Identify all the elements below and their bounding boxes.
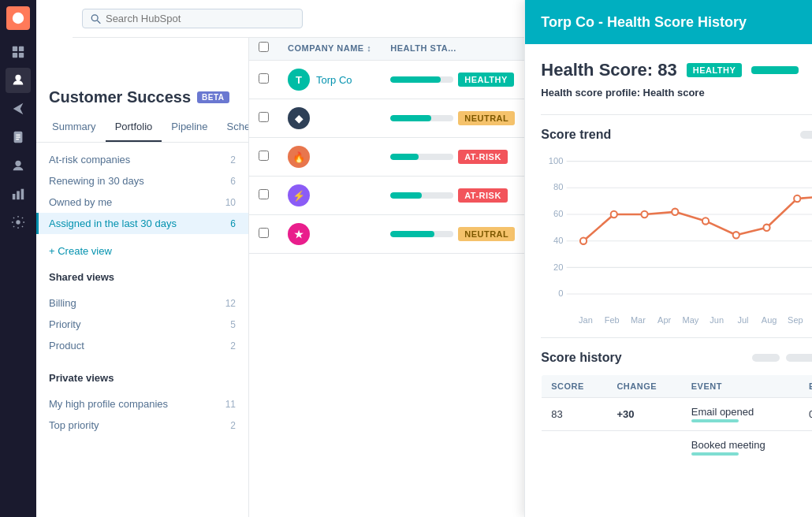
select-all-header <box>249 35 278 61</box>
health-status-cell: AT-RISK <box>381 138 524 177</box>
svg-rect-2 <box>19 46 24 51</box>
history-row-1: 83 +30 Email opened 03/10/2024 <box>542 398 812 431</box>
list-item-renewing[interactable]: Renewing in 30 days 6 <box>36 170 248 192</box>
nav-icon-customer[interactable] <box>6 68 31 93</box>
score-cell-1: 83 <box>542 398 608 431</box>
tab-portfolio[interactable]: Portfolio <box>106 113 162 142</box>
trend-pill-1[interactable] <box>800 131 812 139</box>
event-date-col-header[interactable]: EVENT DATE ↕ <box>799 375 812 398</box>
search-icon <box>91 13 101 24</box>
score-trend-section: Score trend <box>541 128 812 142</box>
svg-point-14 <box>91 14 98 20</box>
private-high-profile[interactable]: My high profile companies 11 <box>36 393 248 415</box>
svg-point-35 <box>794 195 800 202</box>
month-aug: Aug <box>756 315 782 325</box>
company-name-cell: ★ <box>278 215 381 254</box>
nav-icon-grid[interactable] <box>6 39 31 65</box>
event-col-header: EVENT <box>682 375 799 398</box>
change-col-header: CHANGE <box>607 375 681 398</box>
row-checkbox-cell <box>249 177 278 215</box>
companies-table: COMPANY NAME ↕ HEALTH STA... TTorp Co HE… <box>249 35 524 517</box>
search-input[interactable] <box>106 13 294 24</box>
svg-rect-3 <box>13 53 17 58</box>
score-trend-label: Score trend <box>541 128 611 142</box>
center-area: Create date Last activity date Close ... <box>249 0 524 517</box>
select-all-checkbox[interactable] <box>259 42 269 52</box>
svg-point-0 <box>13 13 24 24</box>
score-trend-chart: 100 80 60 40 20 0 <box>541 151 812 309</box>
tab-schedule[interactable]: Schedule <box>218 113 248 142</box>
healthy-badge: HEALTHY <box>687 63 743 77</box>
change-cell-1: +30 <box>607 398 681 431</box>
svg-rect-11 <box>17 191 20 199</box>
list-item-at-risk[interactable]: At-risk companies 2 <box>36 149 248 170</box>
svg-rect-12 <box>21 189 24 200</box>
private-top-priority[interactable]: Top priority 2 <box>36 415 248 436</box>
search-box[interactable] <box>82 9 303 28</box>
list-item-assigned[interactable]: Assigned in the last 30 days 6 <box>36 213 248 234</box>
right-panel-body: Health Score: 83 HEALTHY Health score pr… <box>525 44 812 517</box>
default-views-list: At-risk companies 2 Renewing in 30 days … <box>36 143 248 240</box>
nav-icon-document[interactable] <box>6 125 31 150</box>
table-row: ⚡ AT-RISK <box>249 177 524 215</box>
row-checkbox-cell <box>249 215 278 254</box>
tab-pipeline[interactable]: Pipeline <box>162 113 217 142</box>
company-name-cell: ◆ <box>278 99 381 138</box>
svg-rect-1 <box>13 46 17 51</box>
shared-product[interactable]: Product 2 <box>36 335 248 356</box>
change-cell-2 <box>607 431 681 464</box>
event-cell-2: Booked meeting <box>682 431 799 464</box>
svg-point-32 <box>702 218 709 224</box>
row-checkbox[interactable] <box>259 151 269 161</box>
month-feb: Feb <box>599 315 625 325</box>
month-jun: Jun <box>704 315 730 325</box>
company-name-header[interactable]: COMPANY NAME ↕ <box>278 35 381 61</box>
shared-views-list: Billing 12 Priority 5 Product 2 <box>36 286 248 363</box>
chart-x-labels: Jan Feb Mar Apr May Jun Jul Aug Sep Oct … <box>541 315 812 325</box>
shared-priority[interactable]: Priority 5 <box>36 314 248 335</box>
svg-text:40: 40 <box>553 236 563 245</box>
svg-text:100: 100 <box>549 156 564 166</box>
score-history-label: Score history <box>541 351 621 365</box>
nav-icon-send[interactable] <box>6 96 31 121</box>
svg-text:0: 0 <box>559 288 564 298</box>
beta-badge: BETA <box>197 91 229 103</box>
month-may: May <box>677 315 703 325</box>
row-checkbox[interactable] <box>259 112 269 122</box>
row-checkbox[interactable] <box>259 73 269 84</box>
month-mar: Mar <box>625 315 651 325</box>
history-pill-1[interactable] <box>752 354 780 362</box>
score-col-header: SCORE <box>542 375 608 398</box>
health-score-row: Health Score: 83 HEALTHY <box>541 60 812 80</box>
icon-sidebar <box>0 0 36 517</box>
section-title: Customer Success BETA <box>49 88 236 106</box>
svg-point-31 <box>672 209 678 215</box>
table-row: 🔥 AT-RISK <box>249 138 524 177</box>
shared-billing[interactable]: Billing 12 <box>36 292 248 314</box>
health-profile: Health score profile: Health score <box>541 87 812 99</box>
table-row: ◆ NEUTRAL <box>249 99 524 138</box>
right-panel: Torp Co - Health Score History × Health … <box>524 0 812 517</box>
month-jul: Jul <box>730 315 756 325</box>
history-pill-2[interactable] <box>786 354 812 362</box>
row-checkbox[interactable] <box>259 189 269 199</box>
svg-point-13 <box>16 220 20 224</box>
right-panel-header: Torp Co - Health Score History × <box>525 0 812 44</box>
create-view-btn[interactable]: + Create view <box>36 240 248 262</box>
nav-icon-settings[interactable] <box>6 210 31 235</box>
month-sep: Sep <box>782 315 808 325</box>
svg-rect-4 <box>19 53 24 58</box>
health-status-header[interactable]: HEALTH STA... <box>381 35 524 61</box>
row-checkbox[interactable] <box>259 228 269 238</box>
nav-icon-bar-chart[interactable] <box>6 181 31 206</box>
table-row: TTorp Co HEALTHY <box>249 61 524 99</box>
nav-icon-person[interactable] <box>6 153 31 178</box>
event-bar-2 <box>691 452 739 456</box>
hubspot-logo[interactable] <box>6 6 30 30</box>
tabs: Summary Portfolio Pipeline Schedule Feed <box>36 113 248 143</box>
list-item-owned[interactable]: Owned by me 10 <box>36 192 248 213</box>
event-bar-1 <box>691 419 739 422</box>
tab-summary[interactable]: Summary <box>43 113 106 142</box>
svg-point-33 <box>733 232 739 238</box>
company-name-cell: 🔥 <box>278 138 381 177</box>
